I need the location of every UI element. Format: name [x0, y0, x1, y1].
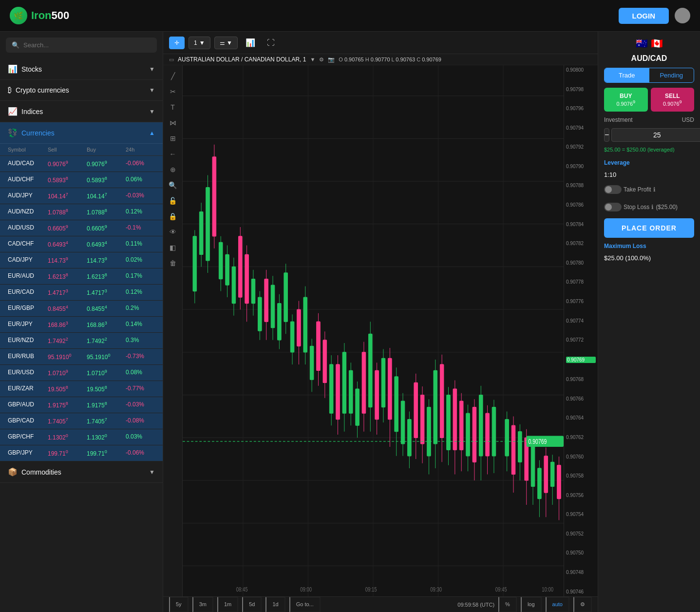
indices-icon: 📈 [8, 107, 18, 116]
currency-row[interactable]: CAD/JPY 114.739 114.739 0.02% [0, 252, 163, 268]
currency-row[interactable]: AUD/JPY 104.147 104.147 -0.03% [0, 188, 163, 204]
node-tool[interactable]: ⋈ [166, 116, 180, 130]
currency-row[interactable]: EUR/CAD 1.47173 1.47173 0.12% [0, 285, 163, 301]
currency-buy: 104.147 [87, 192, 126, 200]
currency-sell: 104.147 [48, 192, 87, 200]
currency-change: -0.06% [126, 160, 155, 168]
scissors-tool[interactable]: ✂ [166, 85, 180, 98]
currency-symbol: GBP/JPY [8, 449, 48, 457]
tf-3m[interactable]: 3m [192, 597, 213, 612]
chart-settings-icon[interactable]: ⚙ [319, 57, 324, 63]
currency-sell: 1.74922 [48, 337, 87, 344]
tf-1m[interactable]: 1m [217, 597, 238, 612]
currency-row[interactable]: GBP/AUD 1.91758 1.91758 -0.03% [0, 397, 163, 413]
fullscreen-btn[interactable]: ⛶ [263, 36, 279, 50]
search-input[interactable] [23, 41, 151, 49]
buy-button[interactable]: BUY 0.90769 [604, 88, 648, 112]
currency-symbol: EUR/CAD [8, 288, 48, 296]
investment-label-row: Investment USD [604, 116, 694, 123]
currency-row[interactable]: EUR/GBP 0.84554 0.84554 0.2% [0, 301, 163, 317]
log-btn[interactable]: log [521, 597, 542, 612]
stop-loss-toggle[interactable] [604, 203, 622, 211]
tab-pending[interactable]: Pending [649, 68, 694, 82]
zoom-tool[interactable]: 🔍 [166, 178, 180, 192]
sidebar-item-crypto[interactable]: ₿ Crypto currencies ▼ [0, 80, 163, 101]
percent-btn[interactable]: % [498, 597, 517, 612]
tab-trade[interactable]: Trade [605, 68, 649, 82]
trade-tabs: Trade Pending [604, 68, 694, 83]
currency-sell: 0.64934 [48, 240, 87, 248]
eye-tool[interactable]: 👁 [166, 225, 180, 239]
chart-type-selector[interactable]: ⚌ ▼ [214, 37, 238, 49]
take-profit-info[interactable]: ℹ [653, 186, 656, 193]
chart-screenshot-icon[interactable]: 📷 [328, 57, 335, 63]
sidebar-item-indices[interactable]: 📈 Indices ▼ [0, 101, 163, 122]
currency-row[interactable]: EUR/JPY 168.863 168.863 0.14% [0, 317, 163, 333]
indicator-btn[interactable]: 📊 [242, 36, 259, 50]
currency-row[interactable]: GBP/CAD 1.74057 1.74057 -0.08% [0, 413, 163, 429]
currency-row[interactable]: EUR/RUB 95.19100 95.19100 -0.73% [0, 349, 163, 365]
currency-change: -0.03% [126, 401, 155, 409]
timeframe-selector[interactable]: 1 ▼ [189, 37, 210, 49]
currency-row[interactable]: EUR/AUD 1.62138 1.62138 0.17% [0, 268, 163, 285]
stop-loss-info[interactable]: ℹ [651, 204, 654, 210]
currency-row[interactable]: AUD/NZD 1.07888 1.07888 0.12% [0, 204, 163, 220]
stocks-icon: 📊 [8, 64, 18, 74]
currency-row[interactable]: AUD/CHF 0.58938 0.58938 0.06% [0, 172, 163, 188]
currency-sell: 1.07109 [48, 369, 87, 377]
currency-change: 0.12% [126, 288, 155, 296]
tf-5d[interactable]: 5d [242, 597, 262, 612]
currency-buy: 19.5058 [87, 385, 126, 393]
currency-buy: 95.19100 [87, 353, 126, 361]
currency-row[interactable]: EUR/ZAR 19.5058 19.5058 -0.77% [0, 381, 163, 397]
tf-goto[interactable]: Go to... [289, 597, 321, 612]
lock-tool[interactable]: 🔒 [166, 210, 180, 223]
currency-buy: 1.62138 [87, 272, 126, 280]
currency-row[interactable]: CAD/CHF 0.64934 0.64934 0.11% [0, 236, 163, 252]
currency-row[interactable]: EUR/USD 1.07109 1.07109 0.08% [0, 365, 163, 381]
login-button[interactable]: LOGIN [619, 8, 669, 24]
layers-tool[interactable]: ◧ [166, 241, 180, 254]
investment-input[interactable] [611, 128, 700, 142]
tf-1d[interactable]: 1d [265, 597, 285, 612]
sell-button[interactable]: SELL 0.90769 [651, 88, 695, 112]
currency-row[interactable]: GBP/CHF 1.13020 1.13020 0.03% [0, 429, 163, 445]
chart-settings-btn[interactable]: ⚙ [573, 597, 592, 612]
sidebar-item-currencies[interactable]: 💱 Currencies ▲ [0, 122, 163, 144]
chart-timestamp: 09:59:58 (UTC) [457, 602, 494, 608]
text-tool[interactable]: T [166, 100, 180, 114]
currency-row[interactable]: GBP/JPY 199.710 199.710 -0.06% [0, 445, 163, 461]
lock-open-tool[interactable]: 🔓 [166, 194, 180, 208]
auto-btn[interactable]: auto [546, 597, 569, 612]
currency-buy: 1.07888 [87, 208, 126, 216]
grid-lines [183, 65, 564, 596]
crosshair-tool[interactable]: ✛ [169, 37, 185, 49]
currency-symbol: CAD/JPY [8, 256, 48, 264]
sidebar-item-commodities[interactable]: 📦 Commodities ▼ [0, 461, 163, 483]
currency-symbol: AUD/CAD [8, 160, 48, 168]
indicator-tool[interactable]: ⊕ [166, 163, 180, 176]
investment-decrease[interactable]: − [604, 128, 609, 142]
chart-symbol-dropdown[interactable]: ▼ [310, 57, 315, 62]
chart-toolbar: ✛ 1 ▼ ⚌ ▼ 📊 ⛶ [163, 32, 598, 54]
take-profit-toggle[interactable] [604, 185, 622, 194]
time-09-45: 09:45 [495, 586, 507, 593]
currency-row[interactable]: AUD/CAD 0.90769 0.90769 -0.06% [0, 156, 163, 172]
line-tool[interactable]: ╱ [166, 69, 180, 83]
sidebar-item-stocks[interactable]: 📊 Stocks ▼ [0, 58, 163, 80]
currencies-icon: 💱 [8, 128, 18, 137]
place-order-button[interactable]: PLACE ORDER [604, 218, 694, 238]
currency-symbol: GBP/CHF [8, 433, 48, 441]
sidebar: 🔍 📊 Stocks ▼ ₿ Crypto currencies ▼ 📈 Ind… [0, 32, 163, 612]
tf-5y[interactable]: 5y [169, 597, 189, 612]
main-layout: 🔍 📊 Stocks ▼ ₿ Crypto currencies ▼ 📈 Ind… [0, 32, 700, 612]
currency-row[interactable]: AUD/USD 0.66059 0.66059 -0.1% [0, 220, 163, 236]
back-tool[interactable]: ← [166, 147, 180, 161]
search-box[interactable]: 🔍 [6, 38, 157, 53]
commodities-icon: 📦 [8, 467, 18, 477]
trash-tool[interactable]: 🗑 [166, 256, 180, 270]
fibonacci-tool[interactable]: ⊞ [166, 132, 180, 145]
user-avatar[interactable] [675, 8, 690, 23]
currency-sell: 0.58938 [48, 176, 87, 184]
currency-row[interactable]: EUR/NZD 1.74922 1.74922 0.3% [0, 333, 163, 349]
